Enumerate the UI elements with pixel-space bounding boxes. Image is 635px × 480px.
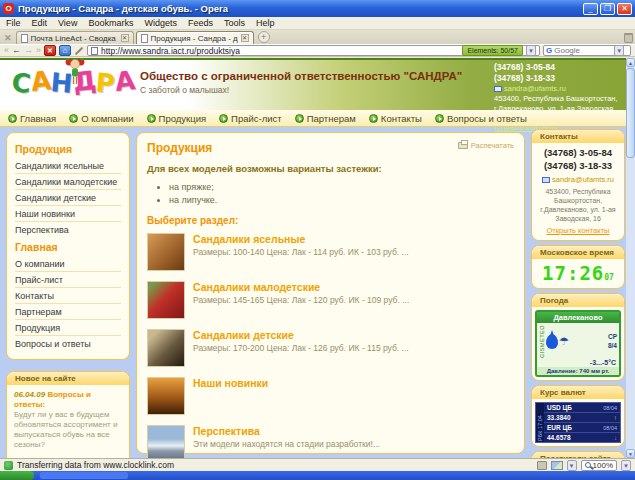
product-link[interactable]: Сандалики малодетские: [193, 281, 409, 293]
menu-item[interactable]: Tools: [224, 18, 245, 28]
sidebar-link[interactable]: Сандалики ясельные: [15, 158, 121, 174]
open-contacts-link[interactable]: Открыть контакты: [535, 226, 621, 235]
product-link[interactable]: Наши новинки: [193, 377, 268, 389]
vertical-scrollbar[interactable]: ▲ ▼: [626, 58, 635, 458]
tab-close-icon[interactable]: ✕: [241, 34, 249, 42]
product-thumbnail[interactable]: [147, 425, 185, 458]
menu-item[interactable]: File: [6, 18, 21, 28]
restore-button[interactable]: ❐: [600, 3, 615, 15]
scroll-up-icon[interactable]: ▲: [626, 58, 635, 67]
zoom-dropdown-icon[interactable]: ▼: [621, 460, 631, 471]
sidebar-menu-box: Продукция Сандалики ясельныеСандалики ма…: [6, 132, 130, 360]
sidebar-link[interactable]: Сандалики малодетские: [15, 174, 121, 190]
sidebar-link[interactable]: Вопросы и ответы: [15, 336, 121, 351]
nav-item[interactable]: Продукция: [147, 113, 207, 124]
product-description: Размеры: 170-200 Цена: Лак - 126 руб. ИК…: [193, 343, 409, 353]
menu-item[interactable]: Edit: [32, 18, 48, 28]
tab-produkcia-active[interactable]: Продукция - Сандра - де... ✕: [136, 31, 254, 44]
address-dropdown-icon[interactable]: ▼: [526, 45, 536, 56]
scrollbar-thumb[interactable]: [626, 68, 635, 158]
contact-email-link[interactable]: sandra@ufamts.ru: [535, 175, 621, 184]
header-email-link[interactable]: sandra@ufamts.ru: [494, 84, 622, 94]
gismeteo-widget[interactable]: Давлеканово GISMETEO ☂ СР 8/4 -3...-5: [535, 310, 621, 377]
new-tab-button[interactable]: +: [258, 31, 270, 43]
sidebar-link[interactable]: Сандалики детские: [15, 190, 121, 206]
stop-button[interactable]: ✕: [44, 45, 56, 56]
sidebar-link[interactable]: Наши новинки: [15, 206, 121, 222]
search-input[interactable]: [554, 46, 612, 55]
address-input[interactable]: [101, 46, 459, 56]
minimize-button[interactable]: _: [583, 3, 598, 15]
images-dropdown-icon[interactable]: ▼: [567, 460, 577, 471]
site-nav: Главная О компании Продукция Пра: [0, 110, 626, 127]
print-link[interactable]: Распечатать: [458, 141, 514, 150]
eur-rate: 44.6578: [547, 434, 571, 441]
tab-close-icon[interactable]: ✕: [121, 34, 129, 42]
sidebar-link[interactable]: Партнерам: [15, 304, 121, 320]
start-button[interactable]: [0, 471, 34, 480]
scroll-down-icon[interactable]: ▼: [626, 449, 635, 458]
sidebar-link[interactable]: Прайс-лист: [15, 272, 121, 288]
envelope-icon: [494, 86, 502, 92]
search-dropdown-icon[interactable]: ▼: [614, 45, 624, 56]
product-link[interactable]: Сандалики детские: [193, 329, 409, 341]
rewind-button[interactable]: «: [4, 45, 9, 56]
images-toggle-icon[interactable]: [551, 461, 563, 470]
search-box[interactable]: G ▼: [543, 45, 631, 56]
menu-item[interactable]: Bookmarks: [88, 18, 133, 28]
closed-tabs-trash-icon[interactable]: [624, 33, 633, 43]
fast-forward-button[interactable]: »: [36, 45, 41, 56]
status-text: Transferring data from www.clocklink.com: [17, 460, 533, 470]
nav-item[interactable]: Партнерам: [295, 113, 356, 124]
address-bar[interactable]: Elements: 50/57 ▼: [87, 45, 540, 56]
rbc-currency-widget[interactable]: РБК 17:04 USD ЦБ08/04 33.3840↑ EUR ЦБ08/…: [535, 402, 621, 443]
weather-box-title: Погода: [532, 294, 624, 307]
main-content-box: Распечатать Продукция Для всех моделей в…: [136, 132, 525, 454]
nav-bullet-icon: [295, 114, 304, 123]
product-link[interactable]: Перспектива: [193, 425, 380, 437]
nav-item[interactable]: Вопросы и ответы: [435, 113, 527, 124]
nav-bullet-icon: [369, 114, 378, 123]
nav-bullet-icon: [435, 114, 444, 123]
product-thumbnail[interactable]: [147, 377, 185, 415]
menu-item[interactable]: Help: [256, 18, 275, 28]
nav-item[interactable]: О компании: [69, 113, 133, 124]
back-button[interactable]: ←: [12, 45, 21, 56]
tab-mail[interactable]: Почта LineAct - Сводка Н... ✕: [16, 31, 134, 44]
product-thumbnail[interactable]: [147, 233, 185, 271]
product-description: Размеры: 100-140 Цена: Лак - 114 руб. ИК…: [193, 247, 409, 257]
product-link[interactable]: Сандалики ясельные: [193, 233, 409, 245]
sidebar-link[interactable]: Контакты: [15, 288, 121, 304]
contact-phone: (34768) 3-05-84: [535, 147, 621, 160]
logo-letter: А: [114, 67, 137, 95]
nav-item[interactable]: Главная: [8, 113, 56, 124]
fastener-option: на пряжке;: [169, 181, 514, 194]
weather-box: Погода Давлеканово GISMETEO ☂ СР 8/4: [531, 293, 625, 381]
content-area: Продукция Сандалики ясельныеСандалики ма…: [0, 127, 626, 458]
windows-taskbar[interactable]: [0, 471, 635, 480]
sidebar-link[interactable]: Перспектива: [15, 222, 121, 237]
printer-icon: [458, 142, 468, 149]
close-button[interactable]: ✕: [617, 3, 632, 15]
sidebar-link[interactable]: О компании: [15, 256, 121, 272]
taskbar-window-button[interactable]: [40, 472, 128, 479]
nav-item[interactable]: Прайс-лист: [219, 113, 282, 124]
menu-item[interactable]: View: [58, 18, 77, 28]
zoom-level: 100%: [593, 461, 613, 470]
forward-button[interactable]: →: [24, 45, 33, 56]
product-thumbnail[interactable]: [147, 329, 185, 367]
nav-bullet-icon: [147, 114, 156, 123]
menu-item[interactable]: Feeds: [188, 18, 213, 28]
fit-width-icon[interactable]: [537, 461, 547, 470]
sidebar-link[interactable]: Продукция: [15, 320, 121, 336]
panels-toggle-icon[interactable]: ✕: [4, 33, 12, 43]
product-row: Сандалики детские Размеры: 170-200 Цена:…: [147, 329, 514, 367]
edit-icon[interactable]: [75, 46, 83, 54]
zoom-control[interactable]: 100%: [581, 460, 617, 471]
home-button[interactable]: ⌂: [59, 45, 71, 56]
load-progress-badge: Elements: 50/57: [462, 45, 523, 56]
product-thumbnail[interactable]: [147, 281, 185, 319]
nav-item[interactable]: Контакты: [369, 113, 422, 124]
menu-item[interactable]: Widgets: [144, 18, 177, 28]
news-item[interactable]: 06.04.09 Вопросы и ответы: Будут ли у ва…: [14, 390, 122, 450]
